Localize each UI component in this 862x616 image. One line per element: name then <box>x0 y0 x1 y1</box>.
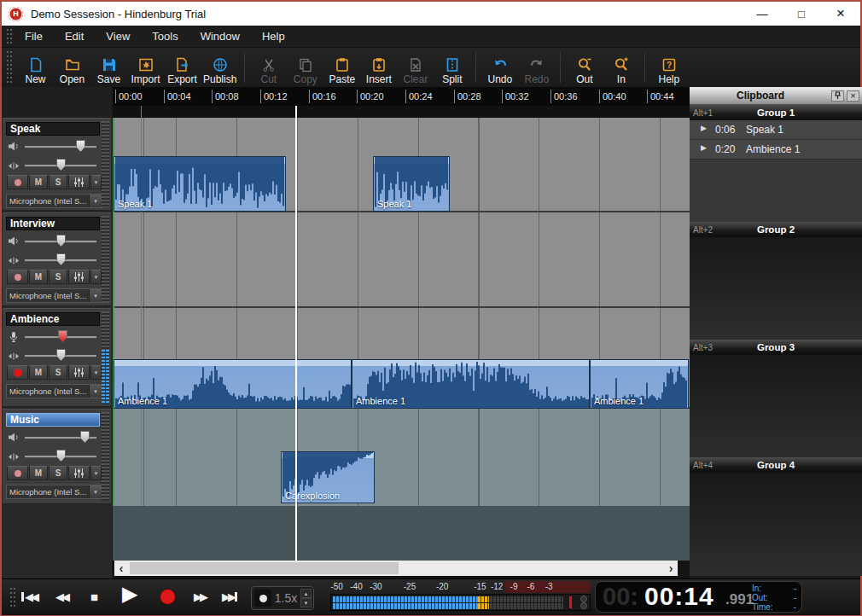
transport-grip-handle[interactable] <box>9 588 17 607</box>
close-button[interactable]: × <box>821 2 860 26</box>
menubar-grip-handle[interactable] <box>5 29 14 44</box>
copy-button[interactable]: Copy <box>287 48 323 87</box>
maximize-button[interactable]: □ <box>782 2 821 26</box>
audio-clip-ambience-3[interactable]: Ambience 1 <box>590 359 689 409</box>
mute-button[interactable]: M <box>29 365 48 380</box>
mute-button[interactable]: M <box>29 270 48 284</box>
track-name-music[interactable]: Music <box>6 413 100 427</box>
timeline-ruler[interactable]: 00:00 00:04 00:08 00:12 00:16 00:20 00:2… <box>113 87 690 106</box>
zoom-in-button[interactable]: In <box>603 48 639 87</box>
skip-to-start-button[interactable]: ◀◀ <box>20 590 37 603</box>
help-button[interactable]: ? Help <box>650 48 687 87</box>
volume-slider[interactable] <box>8 330 100 343</box>
save-button[interactable]: Save <box>90 48 127 87</box>
track-options-dropdown[interactable]: ▼ <box>90 270 102 284</box>
fast-forward-button[interactable]: ▶▶ <box>194 590 206 603</box>
skip-to-end-button[interactable]: ▶▶ <box>222 590 238 603</box>
track-name-ambience[interactable]: Ambience <box>6 312 100 326</box>
clip-play-icon[interactable]: ▶ <box>701 143 707 152</box>
menu-tools[interactable]: Tools <box>141 26 189 46</box>
minimize-button[interactable]: — <box>743 2 782 26</box>
cut-button[interactable]: Cut <box>250 48 287 87</box>
redo-button[interactable]: Redo <box>518 48 555 87</box>
eq-button[interactable] <box>68 365 90 380</box>
track-row-music[interactable] <box>113 409 690 506</box>
group-header[interactable]: Alt+4 Group 4 <box>690 457 862 474</box>
volume-slider-thumb[interactable] <box>80 431 90 443</box>
toolbar-grip-handle[interactable] <box>5 51 14 84</box>
track-options-dropdown[interactable]: ▼ <box>90 365 102 380</box>
title-bar[interactable]: H Demo Sessesion - Hindenburg Trial — □ … <box>2 2 860 26</box>
rewind-button[interactable]: ◀◀ <box>55 590 67 603</box>
pin-icon[interactable] <box>831 90 844 102</box>
volume-slider[interactable] <box>8 140 100 153</box>
scroll-left-arrow-icon[interactable]: ‹ <box>114 561 128 576</box>
chevron-down-icon[interactable]: ▼ <box>89 485 102 498</box>
track-options-dropdown[interactable]: ▼ <box>90 466 102 480</box>
clipboard-header[interactable]: Clipboard × <box>690 87 862 105</box>
volume-slider[interactable] <box>8 235 100 247</box>
volume-slider-thumb[interactable] <box>56 235 66 247</box>
audio-clip-speak-1[interactable]: Speak 1 <box>114 156 286 212</box>
menu-edit[interactable]: Edit <box>54 26 95 46</box>
eq-button[interactable] <box>68 466 90 480</box>
mute-button[interactable]: M <box>29 466 48 480</box>
volume-slider-thumb[interactable] <box>76 140 85 152</box>
audio-clip-ambience-1[interactable]: Ambience 1 <box>114 359 352 409</box>
playhead[interactable] <box>295 106 297 561</box>
track-options-dropdown[interactable]: ▼ <box>90 175 102 189</box>
group-header[interactable]: Alt+1 Group 1 <box>690 105 862 121</box>
group-header[interactable]: Alt+2 Group 2 <box>690 222 862 238</box>
scrollbar-thumb[interactable] <box>130 562 399 574</box>
track-name-speak[interactable]: Speak <box>6 122 100 136</box>
audio-clip-speak-2[interactable]: Speak 1 <box>373 156 450 212</box>
panel-close-icon[interactable]: × <box>847 90 859 102</box>
import-button[interactable]: Import <box>127 48 164 87</box>
clipboard-item[interactable]: ▶ 0:06 Speak 1 <box>690 120 862 140</box>
chevron-down-icon[interactable]: ▼ <box>89 195 102 207</box>
zoom-out-button[interactable]: Out <box>566 48 603 87</box>
speed-up-button[interactable]: ▲ <box>300 589 312 598</box>
publish-button[interactable]: Publish <box>201 48 239 87</box>
clip-play-icon[interactable]: ▶ <box>701 124 707 132</box>
export-button[interactable]: Export <box>164 48 201 87</box>
pan-slider-thumb[interactable] <box>56 159 66 171</box>
input-device-select[interactable]: Microphone (Intel S... ▼ <box>6 288 102 303</box>
volume-slider[interactable] <box>8 431 100 444</box>
pan-slider-thumb[interactable] <box>56 349 66 361</box>
record-arm-button[interactable] <box>7 466 28 480</box>
record-button[interactable] <box>160 590 175 604</box>
eq-button[interactable] <box>68 175 90 189</box>
solo-button[interactable]: S <box>49 365 67 380</box>
mute-button[interactable]: M <box>29 175 48 189</box>
pan-slider[interactable] <box>8 159 100 171</box>
input-device-select[interactable]: Microphone (Intel S... ▼ <box>6 194 102 208</box>
pan-slider[interactable] <box>8 349 100 362</box>
audio-clip-ambience-2[interactable]: Ambience 1 <box>352 359 590 409</box>
clipboard-item[interactable]: ▶ 0:20 Ambience 1 <box>690 140 862 160</box>
input-device-select[interactable]: Microphone (Intel S... ▼ <box>6 485 102 499</box>
record-arm-button[interactable] <box>7 270 28 284</box>
solo-button[interactable]: S <box>49 270 67 284</box>
solo-button[interactable]: S <box>49 175 67 189</box>
pan-slider[interactable] <box>8 450 100 462</box>
insert-button[interactable]: Insert <box>360 48 397 87</box>
speed-down-button[interactable]: ▼ <box>300 598 312 607</box>
eq-button[interactable] <box>68 270 90 284</box>
horizontal-scrollbar[interactable]: ‹ › <box>114 561 678 576</box>
track-name-interview[interactable]: Interview <box>6 217 100 230</box>
stop-button[interactable]: ■ <box>90 590 98 604</box>
track-row-interview[interactable] <box>113 212 690 308</box>
solo-button[interactable]: S <box>49 466 67 480</box>
clear-button[interactable]: Clear <box>397 48 434 87</box>
menu-file[interactable]: File <box>14 26 54 46</box>
paste-button[interactable]: Paste <box>323 48 360 87</box>
input-device-select[interactable]: Microphone (Intel S... ▼ <box>6 384 102 398</box>
pan-slider-thumb[interactable] <box>56 450 66 462</box>
chevron-down-icon[interactable]: ▼ <box>89 289 102 302</box>
menu-view[interactable]: View <box>95 26 141 46</box>
play-button[interactable]: ▶ <box>122 582 137 606</box>
new-button[interactable]: New <box>17 48 54 87</box>
scrollbar-track[interactable] <box>128 561 664 576</box>
scroll-right-arrow-icon[interactable]: › <box>664 561 678 576</box>
